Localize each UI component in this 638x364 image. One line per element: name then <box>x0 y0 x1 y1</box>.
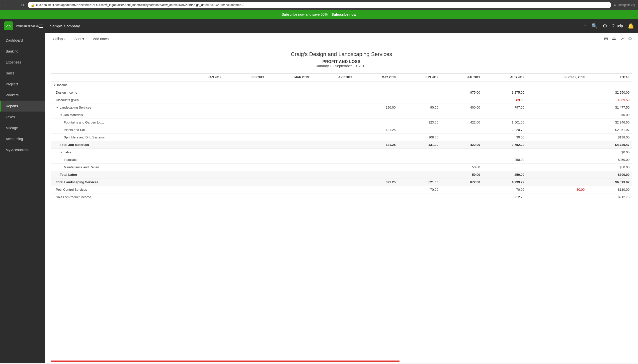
sidebar-item-expenses[interactable]: Expenses <box>0 57 45 68</box>
row-cell[interactable]: $138.00 <box>587 134 632 141</box>
row-label: ▼Labor <box>51 149 181 156</box>
row-cell[interactable]: $0.00 <box>587 149 632 156</box>
sidebar-item-accounting[interactable]: Accounting <box>0 134 45 144</box>
forward-button[interactable]: → <box>12 2 18 8</box>
table-row: Pest Control Services70.0070.00-30.00$11… <box>51 186 632 194</box>
sidebar-item-dashboard[interactable]: Dashboard <box>0 35 45 46</box>
notifications-button[interactable]: 🔔 <box>628 23 634 29</box>
report-name: PROFIT AND LOSS <box>51 60 632 64</box>
row-cell <box>224 156 266 164</box>
row-cell <box>355 96 398 104</box>
row-cell[interactable]: $912.75 <box>587 194 632 201</box>
help-button[interactable]: ? Help <box>612 24 623 29</box>
collapse-arrow-icon[interactable]: ▼ <box>53 84 56 87</box>
sidebar-item-banking[interactable]: Banking <box>0 46 45 57</box>
row-cell <box>441 126 483 134</box>
report-content: Craig's Design and Landscaping Services … <box>45 45 638 360</box>
row-cell <box>398 171 441 178</box>
row-cell <box>311 119 355 126</box>
row-cell <box>311 194 355 201</box>
row-cell[interactable]: $1,477.50 <box>587 104 632 111</box>
row-cell <box>181 164 224 171</box>
row-cell[interactable]: $300.00 <box>587 171 632 178</box>
row-cell[interactable]: $2,246.50 <box>587 119 632 126</box>
row-cell[interactable]: $110.00 <box>587 186 632 194</box>
email-icon[interactable]: ✉ <box>604 36 608 42</box>
row-cell[interactable]: $4,736.47 <box>587 141 632 149</box>
collapse-arrow-icon[interactable]: ▼ <box>60 114 63 116</box>
row-cell <box>527 104 587 111</box>
row-cell <box>441 134 483 141</box>
collapse-button[interactable]: Collapse <box>51 36 68 42</box>
row-cell <box>181 149 224 156</box>
print-icon[interactable]: 🖶 <box>612 36 616 42</box>
row-cell: -30.00 <box>527 186 587 194</box>
collapse-arrow-icon[interactable]: ▼ <box>56 106 59 109</box>
col-header-jan: JAN 2019 <box>181 73 224 81</box>
svg-text:qb: qb <box>6 24 11 28</box>
row-cell <box>311 156 355 164</box>
row-cell <box>224 96 266 104</box>
row-label: Design income <box>51 89 181 96</box>
search-button[interactable]: 🔍 <box>591 23 598 29</box>
row-cell[interactable]: $50.00 <box>587 164 632 171</box>
row-cell <box>398 81 441 89</box>
settings-button[interactable]: ⚙ <box>603 23 607 29</box>
row-cell[interactable] <box>587 81 632 89</box>
sidebar-item-sales[interactable]: Sales <box>0 68 45 79</box>
row-cell <box>267 104 311 111</box>
back-button[interactable]: ← <box>3 2 9 8</box>
row-cell <box>311 89 355 96</box>
row-cell[interactable]: $0.00 <box>587 111 632 119</box>
row-cell: 912.75 <box>482 194 527 201</box>
sidebar-item-mileage[interactable]: Mileage <box>0 122 45 134</box>
row-cell: 400.00 <box>441 104 483 111</box>
row-cell <box>267 141 311 149</box>
row-cell <box>224 141 266 149</box>
row-cell[interactable]: $2,351.97 <box>587 126 632 134</box>
row-cell[interactable]: $6,513.97 <box>587 178 632 186</box>
reload-button[interactable]: ↻ <box>20 2 25 8</box>
sidebar-item-my-accountant[interactable]: My Accountant <box>0 144 45 155</box>
row-cell <box>441 149 483 156</box>
row-cell: 250.00 <box>482 156 527 164</box>
row-cell[interactable]: $250.00 <box>587 156 632 164</box>
settings-report-icon[interactable]: ⚙ <box>628 36 632 42</box>
row-cell <box>267 194 311 201</box>
row-cell[interactable]: $ -89.50 <box>587 96 632 104</box>
row-cell <box>482 149 527 156</box>
row-cell <box>527 126 587 134</box>
row-cell <box>311 171 355 178</box>
row-cell: 131.25 <box>355 126 398 134</box>
row-cell <box>441 96 483 104</box>
sidebar-item-projects[interactable]: Projects <box>0 79 45 90</box>
sort-button[interactable]: Sort ▼ <box>72 36 87 42</box>
row-cell <box>355 81 398 89</box>
url-bar[interactable]: 🔒 c23.qbo.intuit.com/app/reportv2?token=… <box>28 2 611 8</box>
export-icon[interactable]: ↗ <box>620 36 624 42</box>
add-button[interactable]: + <box>584 23 587 29</box>
row-label: Maintenance and Repair <box>51 164 181 171</box>
row-cell <box>181 104 224 111</box>
report-toolbar: Collapse Sort ▼ Add notes ✉ 🖶 ↗ ⚙ <box>45 33 638 45</box>
sidebar-item-reports[interactable]: Reports <box>0 100 45 112</box>
row-cell[interactable]: $2,250.00 <box>587 89 632 96</box>
col-header-apr: APR 2019 <box>311 73 355 81</box>
add-notes-button[interactable]: Add notes <box>91 36 111 42</box>
row-cell <box>311 178 355 186</box>
horizontal-scrollbar[interactable] <box>51 360 632 362</box>
table-row: Design income975.001,275.00$2,250.00 <box>51 89 632 96</box>
sidebar-item-workers[interactable]: Workers <box>0 90 45 100</box>
browser-bar: ← → ↻ 🔒 c23.qbo.intuit.com/app/reportv2?… <box>0 0 638 10</box>
sidebar-item-taxes[interactable]: Taxes <box>0 112 45 122</box>
hamburger-menu[interactable]: ☰ <box>39 23 43 29</box>
row-cell <box>224 164 266 171</box>
quickbooks-logo: qb intuit quickbooks <box>4 22 39 30</box>
promo-cta[interactable]: Subscribe now <box>332 12 356 16</box>
row-cell <box>224 186 266 194</box>
table-row: ▼Job Materials$0.00 <box>51 111 632 119</box>
collapse-arrow-icon[interactable]: ▼ <box>60 151 63 154</box>
row-cell <box>224 104 266 111</box>
row-cell <box>311 164 355 171</box>
row-cell: 50.00 <box>441 171 483 178</box>
